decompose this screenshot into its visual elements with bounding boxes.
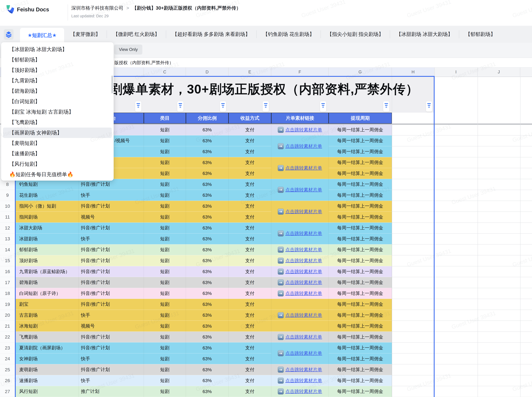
data-cell-D11[interactable]: 63% xyxy=(186,212,229,223)
data-cell-D18[interactable]: 63% xyxy=(186,288,229,299)
data-cell-D23[interactable]: 63% xyxy=(186,342,229,354)
material-link[interactable]: ➔点击跳转素材片单 xyxy=(278,279,322,285)
data-cell-E27[interactable]: 支付 xyxy=(229,386,271,397)
material-link[interactable]: ➔点击跳转素材片单 xyxy=(278,350,322,356)
row-number[interactable]: 10 xyxy=(0,201,15,212)
data-cell-B19[interactable]: 抖音/推广计划 xyxy=(79,299,144,310)
row-number[interactable]: 24 xyxy=(0,354,15,364)
data-cell-C16[interactable]: 短剧 xyxy=(144,266,186,277)
data-cell-D27[interactable]: 63% xyxy=(186,386,229,397)
material-cell-25[interactable]: ➔点击跳转素材片单 xyxy=(271,364,329,375)
material-cell-23[interactable]: ➔点击跳转素材片单 xyxy=(271,342,329,364)
material-link[interactable]: ➔点击跳转素材片单 xyxy=(278,187,322,193)
data-cell-D13[interactable]: 63% xyxy=(186,233,229,244)
row-number[interactable]: 26 xyxy=(0,375,15,386)
data-cell-B12[interactable]: 抖音/推广计划 xyxy=(79,223,144,234)
header-cell-payout[interactable]: 提现周期 xyxy=(329,113,392,124)
data-cell-D22[interactable]: 63% xyxy=(186,332,229,342)
data-cell-E24[interactable]: 支付 xyxy=(229,354,271,364)
filter-icon[interactable] xyxy=(263,101,269,112)
payout-cell-5[interactable]: 每周一结算上一周佣金 xyxy=(329,157,392,168)
data-cell-D17[interactable]: 63% xyxy=(186,277,229,288)
data-cell-C21[interactable]: 短剧 xyxy=(144,321,186,332)
column-letter-F[interactable]: F xyxy=(271,68,329,76)
payout-cell-24[interactable]: 每周一结算上一周佣金 xyxy=(329,354,392,364)
payout-cell-10[interactable]: 每周一结算上一周佣金 xyxy=(329,201,392,212)
data-cell-D25[interactable]: 63% xyxy=(186,364,229,375)
sheet-tab[interactable]: 【超好看剧场 多多剧场 来看剧场】 xyxy=(166,26,257,43)
payout-cell-15[interactable]: 每周一结算上一周佣金 xyxy=(329,255,392,266)
data-cell-C18[interactable]: 短剧 xyxy=(144,288,186,299)
row-number[interactable]: 9 xyxy=(0,190,15,201)
data-cell-E15[interactable]: 支付 xyxy=(229,255,271,266)
data-cell-A16[interactable]: 九霄剧场（原蓝鲸剧场） xyxy=(15,266,79,277)
material-link[interactable]: ➔点击跳转素材片单 xyxy=(278,258,322,264)
data-cell-D21[interactable]: 63% xyxy=(186,321,229,332)
data-cell-E23[interactable]: 支付 xyxy=(229,342,271,354)
material-cell-27[interactable]: ➔点击跳转素材片单 xyxy=(271,386,329,397)
payout-cell-17[interactable]: 每周一结算上一周佣金 xyxy=(329,277,392,288)
payout-cell-4[interactable]: 每周一结算上一周佣金 xyxy=(329,146,392,157)
sheet-tab[interactable]: 【钓鱼剧场 花生剧场】 xyxy=(257,26,320,43)
material-cell-22[interactable]: ➔点击跳转素材片单 xyxy=(271,332,329,342)
data-cell-C19[interactable]: 短剧 xyxy=(144,299,186,310)
data-cell-A17[interactable]: 碧海剧场 xyxy=(15,277,79,288)
payout-cell-6[interactable]: 每周一结算上一周佣金 xyxy=(329,168,392,179)
data-cell-B14[interactable]: 抖音/推广计划 xyxy=(79,244,144,255)
material-cell-20[interactable]: ➔点击跳转素材片单 xyxy=(271,310,329,321)
data-cell-B22[interactable]: 抖音/推广计划 xyxy=(79,332,144,342)
payout-cell-25[interactable]: 每周一结算上一周佣金 xyxy=(329,364,392,375)
material-cell-5[interactable]: ➔点击跳转素材片单 xyxy=(271,157,329,179)
row-number[interactable]: 20 xyxy=(0,310,15,321)
material-cell-18[interactable]: ➔点击跳转素材片单 xyxy=(271,288,329,299)
data-cell-D3[interactable]: 63% xyxy=(186,135,229,146)
data-cell-C22[interactable]: 短剧 xyxy=(144,332,186,342)
data-cell-C20[interactable]: 短剧 xyxy=(144,310,186,321)
data-cell-A20[interactable]: 古言剧场 xyxy=(15,310,79,321)
material-cell-16[interactable]: ➔点击跳转素材片单 xyxy=(271,266,329,277)
payout-cell-13[interactable]: 每周一结算上一周佣金 xyxy=(329,233,392,244)
row-number[interactable]: 22 xyxy=(0,332,15,342)
data-cell-A21[interactable]: 冰海短剧 xyxy=(15,321,79,332)
data-cell-A14[interactable]: 郁郁剧场 xyxy=(15,244,79,255)
material-link[interactable]: ➔点击跳转素材片单 xyxy=(278,312,322,318)
payout-cell-11[interactable]: 每周一结算上一周佣金 xyxy=(329,212,392,223)
material-cell-21[interactable] xyxy=(271,321,329,332)
data-cell-E16[interactable]: 支付 xyxy=(229,266,271,277)
payout-cell-8[interactable]: 每周一结算上一周佣金 xyxy=(329,179,392,190)
data-cell-E22[interactable]: 支付 xyxy=(229,332,271,342)
data-cell-A18[interactable]: 白词短剧（原子诗） xyxy=(15,288,79,299)
row-number[interactable]: 25 xyxy=(0,364,15,375)
column-letter-C[interactable]: C xyxy=(144,68,186,76)
data-cell-D26[interactable]: 63% xyxy=(186,375,229,386)
data-cell-A23[interactable]: 夏清剧院（画屏剧场） xyxy=(15,342,79,354)
data-cell-D8[interactable]: 63% xyxy=(186,179,229,190)
data-cell-B17[interactable]: 抖音/推广计划 xyxy=(79,277,144,288)
data-cell-E3[interactable]: 支付 xyxy=(229,135,271,146)
row-number[interactable]: 17 xyxy=(0,277,15,288)
payout-cell-20[interactable]: 每周一结算上一周佣金 xyxy=(329,310,392,321)
data-cell-E6[interactable]: 支付 xyxy=(229,168,271,179)
sheet-tab[interactable]: 【麦芽微剧】 xyxy=(64,26,107,43)
material-link[interactable]: ➔点击跳转素材片单 xyxy=(278,230,322,236)
payout-cell-12[interactable]: 每周一结算上一周佣金 xyxy=(329,223,392,234)
data-cell-D10[interactable]: 63% xyxy=(186,201,229,212)
data-cell-B10[interactable]: 抖音/推广计划 xyxy=(79,201,144,212)
filter-icon[interactable] xyxy=(220,101,226,112)
data-cell-A15[interactable]: 顶好剧场 xyxy=(15,255,79,266)
dropdown-item[interactable]: 🔥短剧任务每日充值榜单🔥 xyxy=(3,169,112,180)
data-cell-C6[interactable]: 短剧 xyxy=(144,168,186,179)
payout-cell-22[interactable]: 每周一结算上一周佣金 xyxy=(329,332,392,342)
data-cell-D15[interactable]: 63% xyxy=(186,255,229,266)
data-cell-D9[interactable]: 63% xyxy=(186,190,229,201)
data-cell-D20[interactable]: 63% xyxy=(186,310,229,321)
dropdown-item[interactable]: 【麦萌短剧】 xyxy=(3,138,112,149)
payout-cell-14[interactable]: 每周一结算上一周佣金 xyxy=(329,244,392,255)
column-letter-stub-right[interactable] xyxy=(520,68,532,76)
data-cell-D19[interactable]: 63% xyxy=(186,299,229,310)
dropdown-item[interactable]: 【剧宝 冰海短剧 古言剧场】 xyxy=(3,107,112,117)
data-cell-E2[interactable]: 支付 xyxy=(229,124,271,135)
data-cell-E9[interactable]: 支付 xyxy=(229,190,271,201)
data-cell-D2[interactable]: 63% xyxy=(186,124,229,135)
data-cell-A19[interactable]: 剧宝 xyxy=(15,299,79,310)
